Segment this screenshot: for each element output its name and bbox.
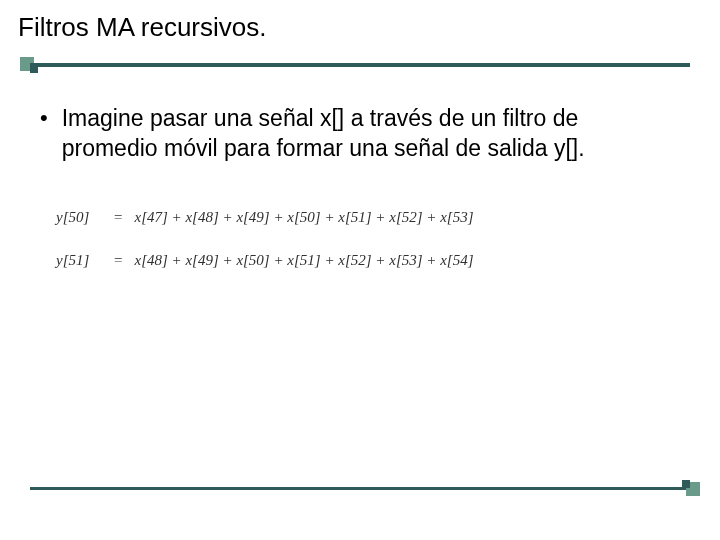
bullet-text: Imagine pasar una señal x[] a través de …: [62, 103, 680, 163]
footer-ornament: [680, 478, 706, 498]
equals-sign: =: [112, 252, 124, 269]
footer-rule-line: [30, 487, 690, 490]
equations-block: y[50] = x[47] + x[48] + x[49] + x[50] + …: [56, 209, 680, 269]
slide-body: • Imagine pasar una señal x[] a través d…: [0, 77, 720, 269]
title-rule-line: [30, 63, 690, 67]
slide-title: Filtros MA recursivos.: [0, 0, 720, 51]
equation-1-lhs: y[50]: [56, 209, 102, 226]
bullet-item: • Imagine pasar una señal x[] a través d…: [40, 103, 680, 163]
equals-sign: =: [112, 209, 124, 226]
equation-2: y[51] = x[48] + x[49] + x[50] + x[51] + …: [56, 252, 680, 269]
bullet-icon: •: [40, 103, 48, 133]
equation-1-rhs: x[47] + x[48] + x[49] + x[50] + x[51] + …: [134, 209, 473, 226]
slide: Filtros MA recursivos. • Imagine pasar u…: [0, 0, 720, 540]
square-small-icon: [682, 480, 690, 488]
equation-2-lhs: y[51]: [56, 252, 102, 269]
equation-2-rhs: x[48] + x[49] + x[50] + x[51] + x[52] + …: [134, 252, 473, 269]
title-divider: [0, 55, 720, 77]
equation-1: y[50] = x[47] + x[48] + x[49] + x[50] + …: [56, 209, 680, 226]
